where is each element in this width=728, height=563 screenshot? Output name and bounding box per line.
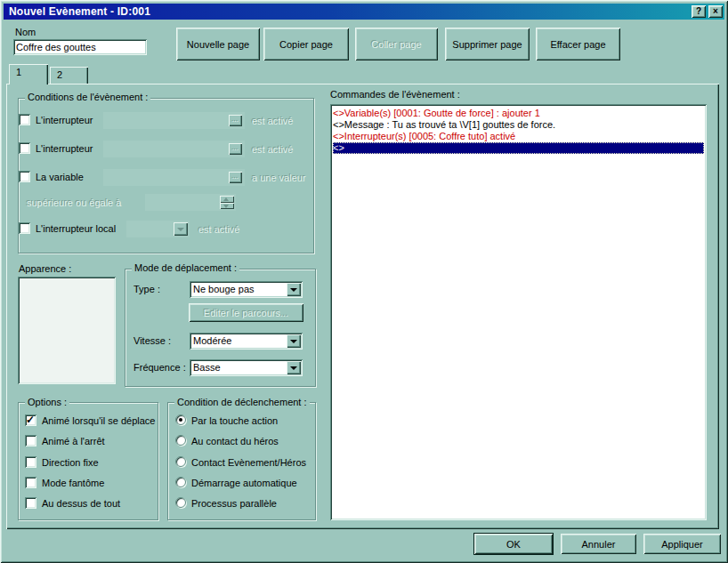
new-page-button[interactable]: Nouvelle page	[176, 28, 260, 60]
command-row-switch[interactable]: <>Interrupteur(s) [0005: Coffre tuto] ac…	[333, 131, 704, 142]
option-animated-idle-checkbox[interactable]	[25, 435, 36, 446]
variable-operator-label: supérieure ou égale à	[27, 197, 121, 208]
cancel-button[interactable]: Annuler	[561, 534, 636, 554]
movement-speed-label: Vitesse :	[133, 335, 171, 346]
condition-switch2-field: ...	[103, 141, 245, 157]
event-commands-list[interactable]: <>Variable(s) [0001: Goutte de force] : …	[330, 104, 707, 520]
event-editor-dialog: Nouvel Evènement - ID:001 ? × Nom Nouvel…	[0, 0, 728, 563]
dropdown-arrow-icon[interactable]	[287, 283, 301, 296]
trigger-autostart-radio[interactable]	[175, 477, 186, 487]
dropdown-arrow-icon[interactable]	[287, 361, 301, 374]
condition-variable-checkbox[interactable]	[19, 171, 30, 182]
spinner-buttons	[220, 196, 234, 209]
ok-button[interactable]: OK	[474, 534, 553, 554]
movement-frequency-label: Fréquence :	[133, 362, 186, 373]
spinner-down-icon	[220, 203, 234, 210]
condition-switch1-browse-button: ...	[229, 115, 242, 126]
condition-variable-field: ...	[103, 169, 245, 186]
condition-switch1-suffix: est activé	[252, 116, 293, 126]
trigger-hero-touch-label: Au contact du héros	[191, 436, 279, 446]
movement-frequency-value: Basse	[193, 362, 221, 373]
command-row-variable[interactable]: <>Variable(s) [0001: Goutte de force] : …	[333, 108, 704, 119]
command-row-message[interactable]: <>Message : Tu as trouvé ta \V[1] goutte…	[333, 119, 704, 131]
movement-frequency-dropdown[interactable]: Basse	[190, 359, 303, 376]
trigger-group-title: Condition de déclenchement :	[174, 397, 310, 407]
condition-switch2-label: L'interrupteur	[36, 143, 93, 154]
commands-label: Commandes de l'évènement :	[330, 89, 460, 100]
window-title: Nouvel Evènement - ID:001	[9, 5, 150, 18]
dropdown-arrow-icon	[174, 222, 188, 236]
appearance-preview[interactable]	[18, 277, 116, 384]
option-animated-idle-label: Animé à l'arrêt	[42, 436, 105, 446]
trigger-action-key-label: Par la touche action	[191, 415, 278, 426]
condition-switch2-checkbox[interactable]	[19, 142, 30, 154]
option-animated-moving-label: Animé lorsqu'il se déplace	[42, 415, 155, 426]
tab-page-2[interactable]: 2	[50, 67, 88, 84]
dropdown-arrow-icon[interactable]	[287, 334, 301, 348]
local-switch-dropdown	[126, 221, 190, 237]
option-animated-moving-checkbox[interactable]	[25, 414, 36, 426]
condition-variable-browse-button: ...	[229, 172, 242, 183]
condition-switch1-label: L'interrupteur	[36, 115, 93, 125]
option-fixed-direction-label: Direction fixe	[42, 457, 99, 468]
trigger-action-key-radio[interactable]	[175, 414, 186, 425]
help-icon: ?	[696, 6, 701, 16]
trigger-parallel-process-label: Processus parallèle	[191, 498, 277, 509]
condition-variable-suffix: a une valeur	[252, 173, 306, 183]
command-row-empty-selected[interactable]: <>	[333, 142, 704, 154]
condition-variable-label: La variable	[36, 172, 84, 182]
movement-speed-value: Modérée	[193, 335, 231, 346]
variable-value-spinner	[145, 194, 236, 211]
trigger-event-hero-contact-label: Contact Evènement/Héros	[191, 457, 306, 468]
close-icon: ×	[713, 6, 718, 16]
conditions-group-title: Conditions de l'évènement :	[25, 92, 150, 102]
condition-switch2-suffix: est activé	[252, 144, 293, 155]
local-switch-suffix: est activé	[198, 224, 239, 235]
clear-page-button[interactable]: Effacer page	[536, 28, 620, 60]
local-switch-label: L'interrupteur local	[36, 223, 116, 234]
local-switch-checkbox[interactable]	[19, 222, 30, 234]
appearance-label: Apparence :	[19, 263, 71, 274]
movement-type-value: Ne bouge pas	[193, 284, 255, 294]
close-button[interactable]: ×	[708, 5, 723, 18]
event-name-input[interactable]	[13, 39, 147, 55]
option-phantom-mode-label: Mode fantôme	[42, 478, 104, 488]
name-label: Nom	[15, 27, 36, 37]
condition-switch1-field: ...	[103, 112, 245, 129]
trigger-event-hero-contact-radio[interactable]	[175, 456, 186, 467]
paste-page-button: Coller page	[355, 28, 438, 60]
spinner-up-icon	[220, 196, 234, 203]
trigger-hero-touch-radio[interactable]	[175, 435, 186, 446]
delete-page-button[interactable]: Supprimer page	[445, 28, 530, 60]
options-group-title: Options :	[25, 397, 69, 407]
trigger-autostart-label: Démarrage automatique	[191, 478, 297, 488]
option-fixed-direction-checkbox[interactable]	[25, 456, 36, 468]
help-button[interactable]: ?	[692, 5, 706, 18]
tab-page-1[interactable]: 1	[9, 64, 48, 84]
option-phantom-mode-checkbox[interactable]	[25, 477, 36, 488]
copy-page-button[interactable]: Copier page	[263, 28, 349, 60]
movement-group-title: Mode de déplacement :	[132, 262, 239, 273]
apply-button[interactable]: Appliquer	[643, 534, 721, 554]
movement-speed-dropdown[interactable]: Modérée	[190, 333, 303, 350]
option-above-all-checkbox[interactable]	[25, 497, 36, 509]
movement-type-dropdown[interactable]: Ne bouge pas	[190, 281, 303, 298]
title-bar[interactable]: Nouvel Evènement - ID:001	[4, 4, 724, 20]
trigger-parallel-process-radio[interactable]	[175, 497, 186, 508]
option-above-all-label: Au dessus de tout	[42, 498, 120, 509]
condition-switch1-checkbox[interactable]	[19, 114, 30, 125]
edit-route-button: Editer le parcours...	[189, 303, 303, 322]
movement-type-label: Type :	[133, 284, 160, 294]
condition-switch2-browse-button: ...	[229, 143, 242, 155]
